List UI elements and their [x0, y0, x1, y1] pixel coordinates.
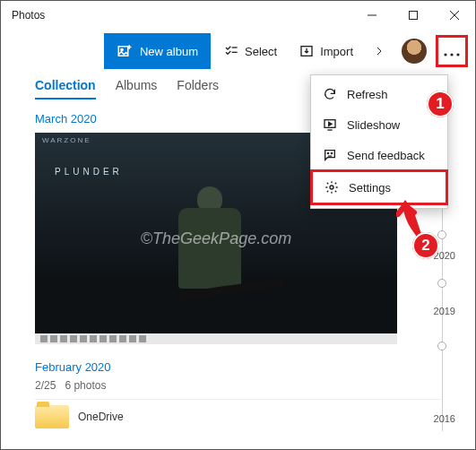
svg-point-18 — [330, 186, 333, 189]
new-album-button[interactable]: New album — [104, 33, 211, 69]
menu-label-settings: Settings — [349, 181, 391, 195]
timeline-year-2019[interactable]: 2019 — [434, 306, 455, 316]
select-icon — [223, 43, 239, 59]
game-character — [160, 186, 259, 330]
menu-label-refresh: Refresh — [347, 88, 388, 101]
month-header-february[interactable]: February 2020 — [35, 360, 441, 374]
more-options-button[interactable] — [436, 35, 468, 67]
chevron-right-icon — [371, 43, 387, 59]
window-controls — [351, 1, 475, 30]
svg-point-12 — [450, 53, 453, 56]
select-button[interactable]: Select — [214, 33, 286, 69]
svg-point-13 — [456, 53, 459, 56]
minimize-button[interactable] — [351, 1, 393, 30]
menu-label-slideshow: Slideshow — [347, 118, 400, 132]
refresh-icon — [322, 86, 338, 102]
february-subline: 2/25 6 photos — [35, 379, 441, 392]
timeline-year-2016[interactable]: 2016 — [434, 413, 455, 424]
february-count: 6 photos — [65, 379, 106, 392]
game-mode-text: PLUNDER — [55, 167, 123, 177]
maximize-button[interactable] — [393, 1, 434, 30]
ellipsis-icon — [444, 42, 460, 61]
slideshow-icon — [322, 117, 338, 133]
more-options-menu: Refresh Slideshow Send feedback Settings — [310, 74, 448, 209]
select-label: Select — [245, 45, 277, 58]
new-album-label: New album — [140, 45, 198, 58]
menu-item-slideshow[interactable]: Slideshow — [311, 109, 447, 140]
svg-point-11 — [444, 53, 446, 56]
svg-point-17 — [331, 152, 332, 153]
folder-label: OneDrive — [78, 411, 124, 423]
overflow-chevron-button[interactable] — [366, 33, 393, 69]
import-button[interactable]: Import — [290, 33, 362, 69]
user-avatar[interactable] — [402, 39, 427, 64]
screenshot-taskbar — [35, 333, 397, 344]
folder-row[interactable]: OneDrive — [35, 399, 441, 428]
annotation-badge-1: 1 — [427, 91, 454, 117]
game-hud-text: WARZONE — [42, 136, 91, 144]
toolbar: New album Select Import — [1, 30, 475, 73]
gear-icon — [324, 179, 340, 195]
window-title: Photos — [12, 9, 45, 22]
title-bar: Photos — [1, 1, 475, 30]
february-date: 2/25 — [35, 379, 56, 392]
svg-point-16 — [327, 152, 328, 153]
tab-folders[interactable]: Folders — [177, 78, 219, 100]
folder-icon — [35, 405, 69, 428]
new-album-icon — [117, 43, 133, 59]
menu-item-feedback[interactable]: Send feedback — [311, 140, 447, 170]
import-icon — [299, 43, 315, 59]
menu-label-feedback: Send feedback — [347, 149, 425, 162]
svg-rect-1 — [410, 12, 418, 20]
close-button[interactable] — [434, 1, 475, 30]
tab-collection[interactable]: Collection — [35, 78, 96, 100]
annotation-badge-2: 2 — [412, 232, 439, 259]
watermark-text: ©TheGeekPage.com — [141, 229, 291, 248]
svg-point-5 — [121, 48, 123, 50]
tab-albums[interactable]: Albums — [116, 78, 158, 100]
feedback-icon — [322, 147, 338, 163]
import-label: Import — [320, 45, 353, 58]
